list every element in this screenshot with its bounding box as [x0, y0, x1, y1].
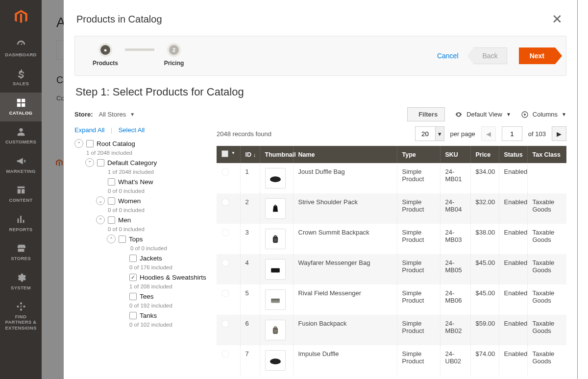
whats-new-checkbox[interactable] — [108, 178, 115, 186]
cell-sku: 24-MB02 — [440, 315, 470, 345]
nav-sales[interactable]: SALES — [0, 63, 42, 92]
root-catalog-checkbox[interactable] — [86, 140, 94, 147]
reports-icon — [16, 214, 26, 225]
cell-status: Enabled — [499, 315, 527, 345]
tree-node-default[interactable]: Default Category — [107, 159, 157, 166]
hoodies-checkbox[interactable] — [129, 274, 137, 281]
cell-price: $74.00 — [470, 345, 499, 376]
col-status[interactable]: Status — [499, 146, 527, 163]
tree-node-men[interactable]: Men — [118, 216, 131, 224]
default-view-select[interactable]: Default View▼ — [455, 111, 511, 118]
main-sidebar: DASHBOARDSALESCATALOGCUSTOMERSMARKETINGC… — [0, 0, 42, 379]
cell-type: Simple Product — [397, 224, 440, 254]
cell-id: 1 — [240, 163, 260, 193]
step-title: Step 1: Select Products for Catalog — [75, 86, 566, 98]
tanks-checkbox[interactable] — [129, 312, 137, 319]
default-category-checkbox[interactable] — [97, 159, 104, 166]
collapse-icon[interactable]: ⌃ — [85, 158, 94, 167]
per-page-input[interactable] — [416, 127, 435, 141]
chevron-down-icon[interactable]: ▾ — [435, 127, 444, 141]
tree-node-hoodies[interactable]: Hoodies & Sweatshirts — [140, 274, 206, 281]
cell-name: Crown Summit Backpack — [293, 224, 397, 254]
page-input[interactable] — [502, 126, 522, 141]
col-tax[interactable]: Tax Class — [527, 146, 566, 163]
cell-sku: 24-MB05 — [440, 254, 470, 284]
table-row[interactable]: 5Rival Field MessengerSimple Product24-M… — [217, 284, 566, 315]
table-row[interactable]: 3Crown Summit BackpackSimple Product24-M… — [217, 224, 566, 254]
collapse-icon[interactable]: ⌃ — [96, 215, 105, 224]
cell-type: Simple Product — [397, 163, 440, 193]
tree-node-tanks[interactable]: Tanks — [140, 312, 157, 319]
expand-all-link[interactable]: Expand All — [74, 126, 104, 134]
col-price[interactable]: Price — [470, 146, 499, 163]
col-id[interactable]: ID↓ — [240, 146, 260, 163]
tree-node-jackets[interactable]: Jackets — [140, 255, 162, 262]
step-pricing[interactable]: 2 Pricing — [154, 45, 194, 67]
cell-id: 2 — [240, 193, 260, 224]
collapse-icon[interactable]: ⌃ — [74, 139, 83, 148]
cell-status: Enabled — [499, 224, 527, 254]
men-checkbox[interactable] — [108, 216, 115, 224]
nav-catalog[interactable]: CATALOG — [0, 93, 42, 121]
cell-price: $45.00 — [470, 254, 499, 284]
per-page-select[interactable]: ▾ — [415, 126, 444, 141]
table-row[interactable]: 6Fusion BackpackSimple Product24-MB02$59… — [217, 315, 566, 345]
store-select[interactable]: All Stores▼ — [99, 111, 135, 118]
nav-reports[interactable]: REPORTS — [0, 209, 42, 238]
next-button[interactable]: Next — [519, 47, 555, 64]
product-thumbnail — [265, 259, 286, 280]
cell-price: $45.00 — [470, 284, 499, 315]
tees-checkbox[interactable] — [129, 293, 137, 300]
per-page-label: per page — [450, 130, 475, 138]
cell-name: Rival Field Messenger — [293, 284, 397, 315]
products-grid-panel: 2048 records found ▾ per page ◀ of 103 ▶ — [217, 126, 566, 376]
nav-stores[interactable]: STORES — [0, 238, 42, 267]
catalog-icon — [16, 97, 26, 108]
cell-type: Simple Product — [397, 284, 440, 315]
collapse-icon[interactable]: ⌃ — [107, 235, 116, 243]
select-all-link[interactable]: Select All — [119, 126, 145, 134]
cell-id: 4 — [240, 254, 260, 284]
nav-content[interactable]: CONTENT — [0, 180, 42, 209]
nav-dashboard[interactable]: DASHBOARD — [0, 34, 42, 63]
cell-status: Enabled — [499, 345, 527, 376]
tree-node-whats-new[interactable]: What's New — [118, 178, 153, 186]
col-select[interactable]: ▼ — [217, 146, 240, 163]
table-row[interactable]: 2Strive Shoulder PackSimple Product24-MB… — [217, 193, 566, 224]
table-row[interactable]: 4Wayfarer Messenger BagSimple Product24-… — [217, 254, 566, 284]
tree-node-women[interactable]: Women — [118, 197, 141, 205]
nav-customers[interactable]: CUSTOMERS — [0, 121, 42, 150]
tree-node-tees[interactable]: Tees — [140, 293, 154, 300]
jackets-checkbox[interactable] — [129, 255, 137, 262]
col-sku[interactable]: SKU — [440, 146, 470, 163]
nav-partners[interactable]: FIND PARTNERS & EXTENSIONS — [0, 296, 42, 336]
modal-title: Products in Catalog — [76, 14, 162, 25]
next-page-button[interactable]: ▶ — [552, 126, 566, 141]
table-row[interactable]: 1Joust Duffle BagSimple Product24-MB01$3… — [217, 163, 566, 193]
tree-node-tops[interactable]: Tops — [129, 236, 143, 243]
women-checkbox[interactable] — [108, 197, 115, 205]
nav-marketing[interactable]: MARKETING — [0, 151, 42, 180]
col-name[interactable]: Name — [293, 146, 397, 163]
filters-button[interactable]: Filters — [407, 107, 445, 121]
close-button[interactable]: ✕ — [550, 10, 564, 29]
step-products[interactable]: ● Products — [86, 45, 125, 67]
table-row[interactable]: 7Impulse DuffleSimple Product24-UB02$74.… — [217, 345, 566, 376]
svg-rect-8 — [271, 299, 280, 301]
category-tree-panel: Expand All Select All ⌃ Root Catalog 1 o… — [74, 126, 207, 329]
col-thumbnail[interactable]: Thumbnail — [260, 146, 293, 163]
dashboard-icon — [16, 39, 26, 50]
tree-node-root[interactable]: Root Catalog — [97, 140, 135, 147]
cell-tax: Taxable Goods — [527, 254, 566, 284]
tops-checkbox[interactable] — [119, 236, 126, 243]
cell-type: Simple Product — [397, 315, 440, 345]
cell-status: Enabled — [499, 193, 527, 224]
cell-price: $34.00 — [470, 163, 499, 193]
cell-name: Joust Duffle Bag — [293, 163, 397, 193]
expand-icon[interactable]: ⌄ — [96, 196, 105, 205]
cancel-button[interactable]: Cancel — [434, 51, 462, 60]
cell-tax: Taxable Goods — [527, 224, 566, 254]
nav-system[interactable]: SYSTEM — [0, 267, 42, 296]
col-type[interactable]: Type — [397, 146, 440, 163]
columns-select[interactable]: Columns▼ — [521, 111, 566, 118]
